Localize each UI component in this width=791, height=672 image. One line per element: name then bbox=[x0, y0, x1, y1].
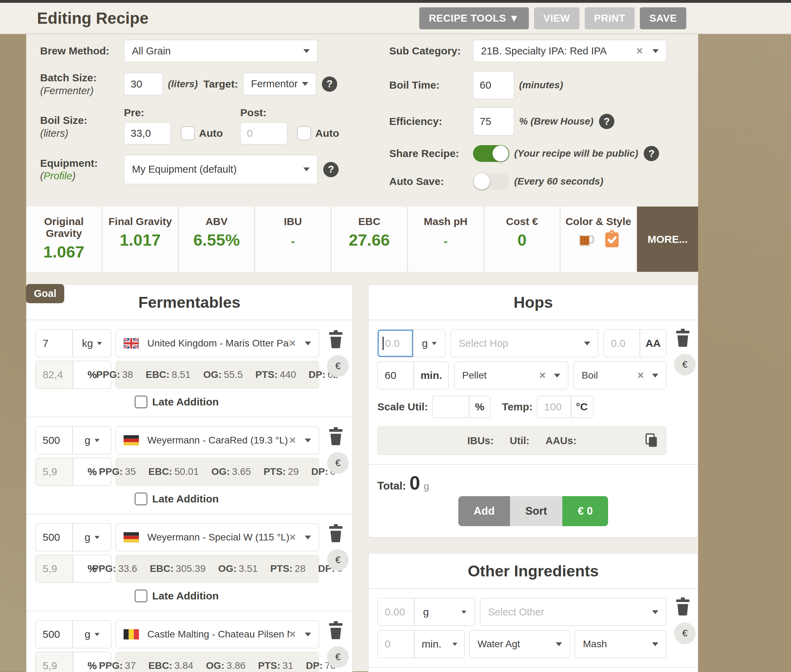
hop-aa-input[interactable] bbox=[604, 330, 640, 357]
euro-cost-button[interactable]: € bbox=[327, 355, 349, 377]
hops-actions: Add Sort € 0 bbox=[369, 494, 698, 537]
hop-select[interactable]: Select Hop bbox=[451, 330, 598, 357]
hop-qty-input[interactable] bbox=[379, 338, 409, 349]
late-addition-checkbox[interactable] bbox=[135, 590, 147, 602]
clear-x-icon[interactable]: × bbox=[637, 369, 644, 382]
efficiency-input[interactable] bbox=[473, 107, 514, 135]
fermentable-pct-input[interactable] bbox=[35, 660, 71, 672]
fermentable-stats: PPG:37 EBC:3.84 OG:3.86 PTS:31 DP:76 bbox=[116, 652, 319, 672]
euro-cost-button[interactable]: € bbox=[674, 354, 696, 375]
beer-mug-icon[interactable] bbox=[578, 230, 594, 249]
clear-x-icon[interactable]: × bbox=[289, 434, 296, 446]
brew-method-select[interactable]: All Grain bbox=[124, 40, 318, 62]
hop-unit-select[interactable]: g bbox=[413, 330, 445, 357]
other-unit-select[interactable]: g bbox=[414, 598, 475, 626]
stat-ibu: IBU - bbox=[255, 206, 332, 272]
add-hop-button[interactable]: Add bbox=[458, 496, 510, 526]
recipe-tools-button[interactable]: RECIPE TOOLS ▼ bbox=[419, 7, 528, 29]
other-qty-input[interactable] bbox=[378, 598, 414, 626]
efficiency-help-icon[interactable]: ? bbox=[599, 114, 615, 129]
view-button[interactable]: VIEW bbox=[534, 7, 579, 29]
equipment-help-icon[interactable]: ? bbox=[323, 162, 339, 177]
sub-category-select[interactable]: 21B. Specialty IPA: Red IPA × bbox=[473, 40, 667, 62]
fermentable-qty-input[interactable] bbox=[35, 621, 72, 648]
hop-time-input[interactable] bbox=[378, 362, 413, 389]
fermentable-unit-select[interactable]: kg bbox=[72, 330, 111, 357]
equipment-profile-link[interactable]: Profile bbox=[43, 170, 72, 181]
fermentable-qty-input[interactable] bbox=[35, 330, 72, 357]
more-stats-button[interactable]: MORE... bbox=[637, 206, 698, 272]
chevron-down-icon bbox=[305, 438, 311, 442]
late-addition-checkbox[interactable] bbox=[135, 493, 147, 505]
trash-icon[interactable] bbox=[675, 597, 691, 617]
trash-icon[interactable] bbox=[675, 329, 691, 348]
fermentable-unit-select[interactable]: g bbox=[72, 427, 111, 454]
fermentable-pct-input[interactable] bbox=[35, 369, 71, 381]
trash-icon[interactable] bbox=[328, 427, 344, 446]
euro-cost-button[interactable]: € bbox=[674, 622, 696, 644]
other-time-input[interactable] bbox=[378, 630, 414, 658]
style-clipboard-icon[interactable] bbox=[605, 230, 619, 249]
boil-time-input[interactable] bbox=[473, 71, 514, 99]
copy-icon[interactable] bbox=[644, 433, 658, 450]
boil-time-unit-note: (minutes) bbox=[519, 80, 563, 91]
sort-hops-button[interactable]: Sort bbox=[510, 496, 562, 526]
chevron-down-icon bbox=[652, 49, 659, 53]
other-time-unit-select[interactable]: min. bbox=[414, 630, 464, 658]
batch-size-help-icon[interactable]: ? bbox=[322, 77, 337, 92]
fermentable-unit-select[interactable]: g bbox=[72, 524, 111, 551]
chevron-down-icon bbox=[302, 82, 308, 86]
euro-cost-button[interactable]: € bbox=[327, 549, 349, 571]
flag-uk-icon bbox=[124, 338, 139, 349]
boil-size-pre-input[interactable] bbox=[124, 122, 171, 144]
text-cursor bbox=[383, 337, 383, 350]
hops-cost-button[interactable]: € 0 bbox=[562, 496, 608, 526]
fermentable-select[interactable]: Weyermann - Special W (115 °L) × bbox=[116, 523, 319, 551]
fermentable-qty-input[interactable] bbox=[35, 524, 72, 551]
share-recipe-toggle[interactable] bbox=[473, 145, 509, 162]
trash-icon[interactable] bbox=[328, 330, 344, 350]
other-use-select[interactable]: Mash bbox=[575, 630, 666, 658]
fermentable-pct-input[interactable] bbox=[35, 563, 71, 574]
goal-badge[interactable]: Goal bbox=[26, 284, 64, 303]
fermentable-pct-input[interactable] bbox=[35, 466, 71, 478]
clear-x-icon[interactable]: × bbox=[289, 531, 296, 544]
other-type-select[interactable]: Water Agt bbox=[470, 630, 570, 658]
boil-post-auto-checkbox[interactable] bbox=[297, 126, 311, 140]
late-addition-label: Late Addition bbox=[152, 493, 219, 505]
temp-input[interactable] bbox=[537, 396, 571, 418]
stat-final-gravity: Final Gravity 1.017 bbox=[103, 206, 179, 272]
hop-form-select[interactable]: Pellet × bbox=[454, 362, 568, 389]
trash-icon[interactable] bbox=[328, 621, 344, 641]
chevron-down-icon bbox=[556, 642, 562, 646]
late-addition-checkbox[interactable] bbox=[135, 396, 147, 408]
boil-pre-auto-checkbox[interactable] bbox=[181, 126, 195, 140]
euro-cost-button[interactable]: € bbox=[327, 646, 349, 668]
other-select[interactable]: Select Other bbox=[480, 598, 666, 626]
fermentable-select[interactable]: United Kingdom - Maris Otter Pale (3.75 … bbox=[116, 330, 319, 357]
fermentable-qty-input[interactable] bbox=[35, 427, 72, 454]
fermentable-select[interactable]: Castle Malting - Chateau Pilsen Malt (2 … bbox=[116, 620, 319, 648]
trash-icon[interactable] bbox=[328, 524, 344, 544]
boil-size-post-input[interactable] bbox=[240, 122, 287, 144]
target-select[interactable]: Fermentor bbox=[243, 73, 316, 95]
print-button[interactable]: PRINT bbox=[585, 7, 635, 29]
clear-x-icon[interactable]: × bbox=[636, 45, 643, 57]
equipment-select[interactable]: My Equipment (default) bbox=[124, 155, 318, 184]
hop-use-select[interactable]: Boil × bbox=[574, 362, 666, 389]
clear-x-icon[interactable]: × bbox=[289, 628, 296, 641]
save-button[interactable]: SAVE bbox=[640, 7, 686, 29]
chevron-down-icon bbox=[432, 342, 437, 345]
scale-util-input[interactable] bbox=[433, 396, 469, 418]
fermentable-select[interactable]: Weyermann - CaraRed (19.3 °L) × bbox=[116, 426, 319, 454]
chevron-down-icon bbox=[305, 342, 311, 346]
auto-save-toggle[interactable] bbox=[473, 173, 509, 190]
clear-x-icon[interactable]: × bbox=[539, 369, 546, 382]
share-recipe-help-icon[interactable]: ? bbox=[644, 146, 659, 161]
batch-size-input[interactable] bbox=[124, 73, 163, 95]
page-background: Brew Method: All Grain Batch Size: (Ferm… bbox=[0, 34, 791, 671]
fermentable-unit-select[interactable]: g bbox=[72, 621, 111, 648]
clear-x-icon[interactable]: × bbox=[289, 337, 296, 350]
euro-cost-button[interactable]: € bbox=[327, 452, 349, 474]
fermentable-name: Weyermann - Special W (115 °L) bbox=[147, 532, 289, 543]
